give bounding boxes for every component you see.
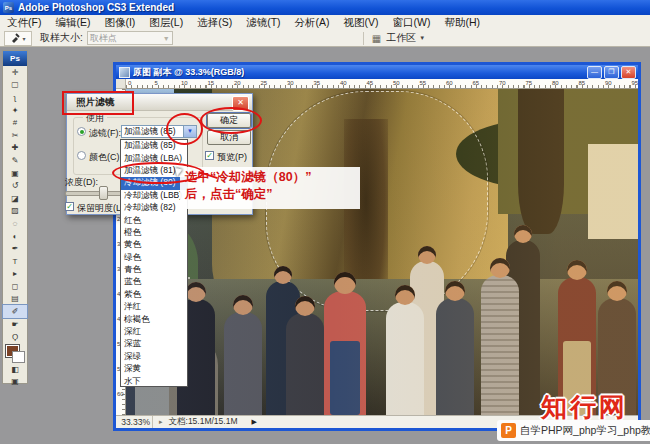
filter-radio-label: 滤镜(F):: [89, 127, 121, 140]
filter-option[interactable]: 深绿: [121, 351, 187, 363]
ruler-tick-label: 95: [632, 80, 639, 86]
menu-file[interactable]: 文件(F): [0, 16, 48, 30]
menu-view[interactable]: 视图(V): [337, 16, 386, 30]
zoom-tool[interactable]: Ϙ: [3, 330, 27, 343]
app-title: Adobe Photoshop CS3 Extended: [18, 2, 174, 13]
density-slider-thumb[interactable]: [99, 186, 108, 200]
status-arrow-button[interactable]: ▶: [252, 418, 257, 426]
ruler-tick-label: 10: [181, 80, 188, 86]
brush-tool[interactable]: ✎: [3, 154, 27, 167]
sample-size-select[interactable]: 取样点 ▼: [87, 31, 173, 45]
filter-option[interactable]: 深黄: [121, 363, 187, 375]
density-slider-track[interactable]: [65, 191, 123, 196]
gradient-tool[interactable]: ▨: [3, 205, 27, 218]
ruler-tick-label: 85: [579, 80, 586, 86]
lasso-tool[interactable]: ʅ: [3, 91, 27, 104]
eyedropper-preset-button[interactable]: ▾: [4, 31, 32, 46]
annotation-text: 选中“冷却滤镜（80）” 后，点击“确定”: [185, 169, 375, 203]
filter-option[interactable]: 深红: [121, 326, 187, 338]
filter-option[interactable]: 深蓝: [121, 338, 187, 350]
hand-tool[interactable]: ☛: [3, 318, 27, 331]
filter-option[interactable]: 洋红: [121, 301, 187, 313]
quick-mask-button[interactable]: ◧: [3, 363, 27, 376]
sample-size-label: 取样大小:: [40, 31, 83, 45]
ruler-top[interactable]: 05101520253035404550556065707580859095: [126, 79, 638, 89]
zoom-level-field[interactable]: 33.33%: [116, 416, 153, 428]
ruler-corner: [116, 79, 126, 89]
photoshop-application: Ps Adobe Photoshop CS3 Extended 文件(F) 编辑…: [0, 0, 650, 444]
menu-select[interactable]: 选择(S): [190, 16, 239, 30]
filter-option[interactable]: 绿色: [121, 252, 187, 264]
ruler-tick-label: 50: [393, 80, 400, 86]
menu-help[interactable]: 帮助(H): [438, 16, 488, 30]
annotation-box-dialog-title: [62, 91, 134, 115]
minimize-button[interactable]: —: [587, 66, 602, 79]
history-brush-tool[interactable]: ↺: [3, 179, 27, 192]
ruler-tick-label: 60: [117, 391, 124, 397]
ruler-tick-label: 30: [287, 80, 294, 86]
color-swatches: [3, 343, 27, 363]
chevron-down-icon: ▼: [163, 35, 170, 42]
ruler-tick-label: 25: [261, 80, 268, 86]
filter-option[interactable]: 黄色: [121, 239, 187, 251]
document-title-bar[interactable]: 原图 副本 @ 33.3%(RGB/8) — ❐ ✕: [116, 65, 638, 79]
pen-tool[interactable]: ✒: [3, 242, 27, 255]
close-button[interactable]: ✕: [621, 66, 636, 79]
marquee-tool[interactable]: ▢: [3, 79, 27, 92]
watermark-bar: P 自学PHP网_php学习_php教程: [497, 420, 650, 441]
annotation-circle-cooling-filter: [112, 162, 204, 184]
background-color-swatch[interactable]: [12, 351, 25, 363]
eraser-tool[interactable]: ◪: [3, 192, 27, 205]
filter-option[interactable]: 红色: [121, 214, 187, 226]
filter-option[interactable]: 冷却滤镜 (LBB): [121, 190, 187, 202]
menu-bar: 文件(F) 编辑(E) 图像(I) 图层(L) 选择(S) 滤镜(T) 分析(A…: [0, 15, 650, 31]
menu-layer[interactable]: 图层(L): [142, 16, 190, 30]
quick-selection-tool[interactable]: ✦: [3, 104, 27, 117]
watermark-bar-text: 自学PHP网_php学习_php教程: [520, 424, 650, 438]
healing-brush-tool[interactable]: ✚: [3, 142, 27, 155]
toolbox-ps-logo: Ps: [3, 51, 27, 66]
ruler-tick-label: 60: [446, 80, 453, 86]
sample-size-value: 取样点: [90, 32, 117, 45]
color-radio[interactable]: [77, 151, 86, 160]
crop-tool[interactable]: #: [3, 116, 27, 129]
filter-option[interactable]: 棕褐色: [121, 313, 187, 325]
ruler-tick-label: 40: [340, 80, 347, 86]
filter-option[interactable]: 紫色: [121, 289, 187, 301]
ruler-tick-label: 75: [526, 80, 533, 86]
annotation-line2: 后，点击“确定”: [185, 186, 375, 203]
type-tool[interactable]: T: [3, 255, 27, 268]
preview-checkbox[interactable]: ✓: [205, 151, 214, 160]
filter-radio[interactable]: [77, 127, 86, 136]
annotation-circle-combo-arrow: [166, 113, 203, 145]
workspace-button[interactable]: 工作区 ▼: [386, 31, 425, 45]
filter-option[interactable]: 冷却滤镜 (82): [121, 202, 187, 214]
app-title-bar: Ps Adobe Photoshop CS3 Extended: [0, 0, 650, 15]
shape-tool[interactable]: ◻: [3, 280, 27, 293]
menu-analysis[interactable]: 分析(A): [288, 16, 337, 30]
menu-image[interactable]: 图像(I): [97, 16, 142, 30]
filter-option[interactable]: 水下: [121, 375, 187, 387]
blur-tool[interactable]: ◌: [3, 217, 27, 230]
dodge-tool[interactable]: ◐: [3, 230, 27, 243]
preview-label: 预览(P): [217, 151, 247, 164]
filter-option[interactable]: 蓝色: [121, 276, 187, 288]
filter-option[interactable]: 橙色: [121, 227, 187, 239]
ruler-tick-label: 55: [420, 80, 427, 86]
preserve-luminosity-checkbox[interactable]: ✓: [65, 202, 74, 211]
ruler-tick-label: 35: [314, 80, 321, 86]
eyedropper-tool[interactable]: ✐: [3, 305, 27, 318]
clone-stamp-tool[interactable]: ▣: [3, 167, 27, 180]
screen-mode-button[interactable]: ▣: [3, 376, 27, 389]
menu-window[interactable]: 窗口(W): [386, 16, 438, 30]
move-tool[interactable]: ✛: [3, 66, 27, 79]
ruler-tick-label: 45: [367, 80, 374, 86]
path-selection-tool[interactable]: ▸: [3, 268, 27, 281]
menu-edit[interactable]: 编辑(E): [48, 16, 97, 30]
slice-tool[interactable]: ✂: [3, 129, 27, 142]
maximize-button[interactable]: ❐: [604, 66, 619, 79]
chevron-down-icon: ▼: [419, 35, 425, 41]
filter-option[interactable]: 青色: [121, 264, 187, 276]
notes-tool[interactable]: ▤: [3, 293, 27, 306]
menu-filter[interactable]: 滤镜(T): [239, 16, 287, 30]
